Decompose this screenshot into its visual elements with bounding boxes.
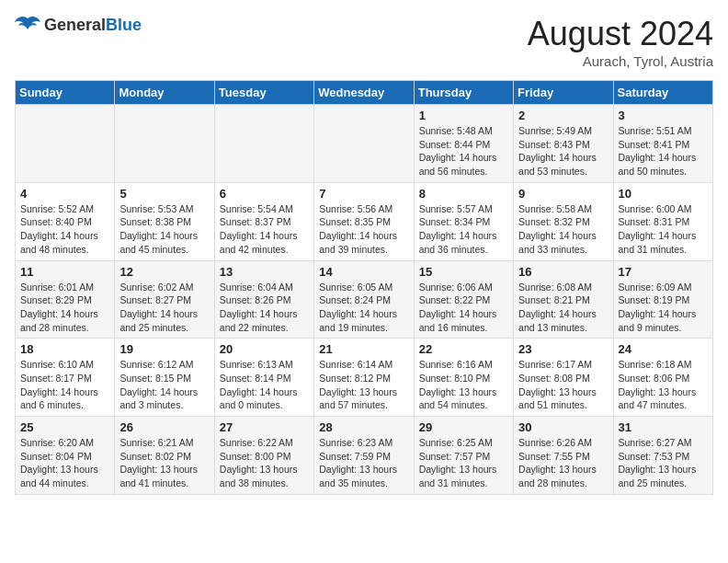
day-of-week-header: Tuesday [214, 81, 313, 105]
day-number: 12 [119, 265, 209, 279]
day-info: Sunrise: 6:16 AM Sunset: 8:10 PM Dayligh… [419, 358, 508, 412]
day-number: 24 [619, 342, 708, 356]
calendar-cell: 9Sunrise: 5:58 AM Sunset: 8:32 PM Daylig… [514, 182, 613, 260]
calendar-cell: 28Sunrise: 6:23 AM Sunset: 7:59 PM Dayli… [314, 417, 414, 495]
calendar-cell: 18Sunrise: 6:10 AM Sunset: 8:17 PM Dayli… [16, 339, 115, 417]
calendar-cell [115, 105, 214, 183]
day-number: 22 [419, 342, 508, 356]
day-info: Sunrise: 6:21 AM Sunset: 8:02 PM Dayligh… [119, 436, 209, 490]
day-info: Sunrise: 6:18 AM Sunset: 8:06 PM Dayligh… [619, 358, 708, 412]
page-header: GeneralBlue August 2024 Aurach, Tyrol, A… [15, 15, 713, 69]
day-number: 27 [220, 420, 309, 434]
day-info: Sunrise: 6:20 AM Sunset: 8:04 PM Dayligh… [20, 436, 109, 490]
day-info: Sunrise: 6:00 AM Sunset: 8:31 PM Dayligh… [619, 202, 708, 257]
calendar-cell [314, 105, 414, 183]
calendar-cell: 25Sunrise: 6:20 AM Sunset: 8:04 PM Dayli… [16, 417, 115, 495]
day-info: Sunrise: 6:08 AM Sunset: 8:21 PM Dayligh… [518, 281, 608, 335]
day-info: Sunrise: 5:57 AM Sunset: 8:34 PM Dayligh… [419, 202, 508, 257]
day-info: Sunrise: 6:23 AM Sunset: 7:59 PM Dayligh… [319, 436, 408, 490]
day-info: Sunrise: 5:56 AM Sunset: 8:35 PM Dayligh… [319, 202, 408, 257]
day-of-week-header: Monday [115, 81, 214, 105]
day-number: 4 [20, 187, 109, 201]
day-info: Sunrise: 6:01 AM Sunset: 8:29 PM Dayligh… [20, 281, 109, 335]
calendar-cell: 24Sunrise: 6:18 AM Sunset: 8:06 PM Dayli… [613, 339, 712, 417]
day-number: 13 [220, 265, 309, 279]
day-number: 6 [220, 187, 309, 201]
calendar-week-row: 4Sunrise: 5:52 AM Sunset: 8:40 PM Daylig… [16, 182, 713, 260]
calendar-cell: 3Sunrise: 5:51 AM Sunset: 8:41 PM Daylig… [613, 105, 712, 183]
day-number: 5 [119, 187, 209, 201]
day-number: 11 [20, 265, 109, 279]
day-number: 2 [518, 109, 608, 122]
calendar-cell: 5Sunrise: 5:53 AM Sunset: 8:38 PM Daylig… [115, 182, 214, 260]
calendar-cell [214, 105, 313, 183]
calendar-cell: 2Sunrise: 5:49 AM Sunset: 8:43 PM Daylig… [514, 105, 613, 183]
day-number: 9 [518, 187, 608, 201]
day-info: Sunrise: 6:10 AM Sunset: 8:17 PM Dayligh… [20, 358, 109, 412]
day-number: 23 [518, 342, 608, 356]
day-number: 29 [419, 420, 508, 434]
day-number: 16 [518, 265, 608, 279]
day-info: Sunrise: 6:05 AM Sunset: 8:24 PM Dayligh… [319, 281, 408, 335]
day-info: Sunrise: 5:54 AM Sunset: 8:37 PM Dayligh… [220, 202, 309, 257]
calendar-cell: 1Sunrise: 5:48 AM Sunset: 8:44 PM Daylig… [414, 105, 513, 183]
day-info: Sunrise: 5:48 AM Sunset: 8:44 PM Dayligh… [419, 124, 508, 178]
calendar-cell: 30Sunrise: 6:26 AM Sunset: 7:55 PM Dayli… [514, 417, 613, 495]
day-number: 18 [20, 342, 109, 356]
day-number: 3 [619, 109, 708, 122]
calendar-header-row: SundayMondayTuesdayWednesdayThursdayFrid… [16, 81, 713, 105]
calendar-week-row: 11Sunrise: 6:01 AM Sunset: 8:29 PM Dayli… [16, 260, 713, 339]
calendar-cell: 13Sunrise: 6:04 AM Sunset: 8:26 PM Dayli… [214, 260, 313, 339]
day-number: 7 [319, 187, 408, 201]
calendar-cell: 23Sunrise: 6:17 AM Sunset: 8:08 PM Dayli… [514, 339, 613, 417]
calendar-week-row: 25Sunrise: 6:20 AM Sunset: 8:04 PM Dayli… [16, 417, 713, 495]
day-of-week-header: Saturday [613, 81, 712, 105]
day-number: 28 [319, 420, 408, 434]
logo-general: General [44, 16, 106, 34]
logo-blue: Blue [106, 16, 142, 34]
day-number: 17 [619, 265, 708, 279]
day-of-week-header: Sunday [16, 81, 115, 105]
calendar-cell: 16Sunrise: 6:08 AM Sunset: 8:21 PM Dayli… [514, 260, 613, 339]
calendar-cell: 8Sunrise: 5:57 AM Sunset: 8:34 PM Daylig… [414, 182, 513, 260]
day-number: 31 [619, 420, 708, 434]
day-of-week-header: Thursday [414, 81, 513, 105]
day-number: 26 [119, 420, 209, 434]
day-number: 30 [518, 420, 608, 434]
calendar-cell: 14Sunrise: 6:05 AM Sunset: 8:24 PM Dayli… [314, 260, 414, 339]
day-info: Sunrise: 6:12 AM Sunset: 8:15 PM Dayligh… [119, 358, 209, 412]
calendar-cell: 7Sunrise: 5:56 AM Sunset: 8:35 PM Daylig… [314, 182, 414, 260]
day-info: Sunrise: 6:02 AM Sunset: 8:27 PM Dayligh… [119, 281, 209, 335]
day-info: Sunrise: 5:53 AM Sunset: 8:38 PM Dayligh… [119, 202, 209, 257]
calendar-cell: 15Sunrise: 6:06 AM Sunset: 8:22 PM Dayli… [414, 260, 513, 339]
day-number: 15 [419, 265, 508, 279]
calendar-cell: 31Sunrise: 6:27 AM Sunset: 7:53 PM Dayli… [613, 417, 712, 495]
calendar-cell: 22Sunrise: 6:16 AM Sunset: 8:10 PM Dayli… [414, 339, 513, 417]
day-number: 8 [419, 187, 508, 201]
calendar-cell: 12Sunrise: 6:02 AM Sunset: 8:27 PM Dayli… [115, 260, 214, 339]
day-info: Sunrise: 5:52 AM Sunset: 8:40 PM Dayligh… [20, 202, 109, 257]
day-info: Sunrise: 6:04 AM Sunset: 8:26 PM Dayligh… [220, 281, 309, 335]
calendar-week-row: 18Sunrise: 6:10 AM Sunset: 8:17 PM Dayli… [16, 339, 713, 417]
calendar-cell: 6Sunrise: 5:54 AM Sunset: 8:37 PM Daylig… [214, 182, 313, 260]
month-year: August 2024 [528, 15, 713, 53]
calendar-cell: 19Sunrise: 6:12 AM Sunset: 8:15 PM Dayli… [115, 339, 214, 417]
calendar-week-row: 1Sunrise: 5:48 AM Sunset: 8:44 PM Daylig… [16, 105, 713, 183]
day-number: 14 [319, 265, 408, 279]
title-block: August 2024 Aurach, Tyrol, Austria [528, 15, 713, 69]
calendar-cell: 11Sunrise: 6:01 AM Sunset: 8:29 PM Dayli… [16, 260, 115, 339]
day-info: Sunrise: 6:22 AM Sunset: 8:00 PM Dayligh… [220, 436, 309, 490]
day-info: Sunrise: 6:06 AM Sunset: 8:22 PM Dayligh… [419, 281, 508, 335]
calendar-cell: 20Sunrise: 6:13 AM Sunset: 8:14 PM Dayli… [214, 339, 313, 417]
day-info: Sunrise: 5:58 AM Sunset: 8:32 PM Dayligh… [518, 202, 608, 257]
day-number: 10 [619, 187, 708, 201]
calendar-cell: 17Sunrise: 6:09 AM Sunset: 8:19 PM Dayli… [613, 260, 712, 339]
day-info: Sunrise: 6:26 AM Sunset: 7:55 PM Dayligh… [518, 436, 608, 490]
day-info: Sunrise: 5:49 AM Sunset: 8:43 PM Dayligh… [518, 124, 608, 178]
day-number: 20 [220, 342, 309, 356]
day-info: Sunrise: 6:13 AM Sunset: 8:14 PM Dayligh… [220, 358, 309, 412]
day-info: Sunrise: 6:27 AM Sunset: 7:53 PM Dayligh… [619, 436, 708, 490]
day-info: Sunrise: 6:14 AM Sunset: 8:12 PM Dayligh… [319, 358, 408, 412]
day-of-week-header: Friday [514, 81, 613, 105]
logo-bird-icon [15, 15, 40, 35]
